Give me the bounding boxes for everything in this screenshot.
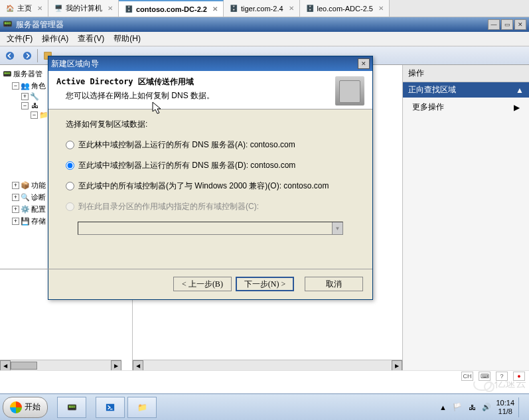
tray-flag-icon[interactable]: 🏳️ xyxy=(452,402,463,413)
scroll-left-button[interactable]: ◀ xyxy=(133,360,143,371)
record-indicator[interactable]: ● xyxy=(513,372,525,381)
scrollbar-thumb[interactable] xyxy=(11,362,37,370)
tree-config-label: 配置 xyxy=(31,203,46,215)
tab-contoso-dc[interactable]: 🗄️ contoso.com-DC-2.2 ✕ xyxy=(119,0,224,17)
minimize-button[interactable]: — xyxy=(488,19,500,30)
tab-leo[interactable]: 🗄️ leo.com-ADC-2.5 ✕ xyxy=(300,0,390,17)
chevron-down-icon: ▼ xyxy=(332,222,342,234)
nav-back-button[interactable] xyxy=(3,48,17,63)
windows-logo-icon xyxy=(10,401,22,413)
scroll-right-button[interactable]: ▶ xyxy=(111,360,121,370)
menu-file[interactable]: 文件(F) xyxy=(3,32,37,46)
collapse-icon[interactable]: − xyxy=(21,102,29,109)
radio-domain-input[interactable] xyxy=(66,161,74,170)
radio-option-domain[interactable]: 至此域中域控制器上运行的所有 DNS 服务器(D): contoso.com xyxy=(66,160,355,171)
collapse-icon[interactable]: − xyxy=(12,82,19,90)
taskbar-explorer[interactable]: 📁 xyxy=(127,397,157,418)
radio-forest-input[interactable] xyxy=(66,141,74,149)
clock-time: 10:14 xyxy=(496,399,514,407)
app-titlebar: 📟 服务器管理器 — ▭ ✕ xyxy=(0,17,529,32)
start-label: 开始 xyxy=(25,401,40,413)
horizontal-scrollbar[interactable]: ◀ ▶ xyxy=(0,360,121,370)
menu-bar: 文件(F) 操作(A) 查看(V) 帮助(H) xyxy=(0,32,529,46)
tray-up-icon[interactable]: ▲ xyxy=(437,402,448,413)
scroll-left-button[interactable]: ◀ xyxy=(0,360,11,370)
svg-point-1 xyxy=(23,51,31,59)
server-icon: 🗄️ xyxy=(124,5,133,14)
horizontal-scrollbar[interactable]: ◀ ▶ xyxy=(133,360,402,370)
powershell-icon xyxy=(106,403,115,412)
close-icon[interactable]: ✕ xyxy=(37,5,42,12)
new-zone-wizard-dialog: 新建区域向导 ✕ Active Directory 区域传送作用域 您可以选择在… xyxy=(48,56,373,300)
config-icon: ⚙️ xyxy=(21,204,30,214)
wizard-close-button[interactable]: ✕ xyxy=(358,58,370,69)
svg-point-0 xyxy=(6,51,14,59)
actions-subheader-label: 正向查找区域 xyxy=(408,84,456,96)
nav-forward-button[interactable] xyxy=(20,48,35,63)
back-button[interactable]: < 上一步(B) xyxy=(173,277,232,291)
menu-action[interactable]: 操作(A) xyxy=(38,32,72,46)
wizard-titlebar[interactable]: 新建区域向导 ✕ xyxy=(48,56,372,71)
actions-subheader[interactable]: 正向查找区域 ▲ xyxy=(403,82,529,98)
tab-leo-label: leo.com-ADC-2.5 xyxy=(317,5,373,13)
tree-root-label: 服务器管 xyxy=(13,68,42,80)
close-icon[interactable]: ✕ xyxy=(378,5,384,12)
browser-tabs: 🏠 主页 ✕ 🖥️ 我的计算机 ✕ 🗄️ contoso.com-DC-2.2 … xyxy=(0,0,529,17)
server-manager-icon: 📟 xyxy=(3,19,13,30)
server-image-icon xyxy=(335,76,364,105)
radio-alldc-label: 至此域中的所有域控制器(为了与 Windows 2000 兼容)(O): con… xyxy=(78,180,329,192)
tab-tiger-label: tiger.com-2.4 xyxy=(241,5,283,13)
close-icon[interactable]: ✕ xyxy=(212,5,218,13)
menu-view[interactable]: 查看(V) xyxy=(74,32,108,46)
tray-network-icon[interactable]: 🖧 xyxy=(467,402,477,413)
tab-mycomputer-label: 我的计算机 xyxy=(66,3,102,13)
expand-icon[interactable]: + xyxy=(12,194,19,201)
expand-icon[interactable]: + xyxy=(12,218,19,225)
server-icon: 🗄️ xyxy=(305,4,315,13)
maximize-button[interactable]: ▭ xyxy=(501,19,513,30)
tab-home[interactable]: 🏠 主页 ✕ xyxy=(0,0,48,17)
expand-icon[interactable]: + xyxy=(21,93,29,100)
help-indicator[interactable]: ? xyxy=(496,372,508,381)
radio-alldc-input[interactable] xyxy=(66,182,74,190)
radio-partition-label: 到在此目录分区的作用域内指定的所有域控制器(C): xyxy=(78,201,259,212)
taskbar-powershell[interactable] xyxy=(96,397,125,418)
separator xyxy=(89,397,93,418)
radio-option-all-dc[interactable]: 至此域中的所有域控制器(为了与 Windows 2000 兼容)(O): con… xyxy=(66,180,355,192)
scroll-right-button[interactable]: ▶ xyxy=(392,360,402,371)
system-tray: ▲ 🏳️ 🖧 🔊 10:14 11/8 xyxy=(437,397,526,417)
clock-date: 11/8 xyxy=(496,407,514,415)
expand-icon[interactable]: + xyxy=(12,206,19,213)
app-title: 服务器管理器 xyxy=(16,19,64,31)
server-manager-icon: 📟 xyxy=(3,69,12,78)
radio-option-forest[interactable]: 至此林中域控制器上运行的所有 DNS 服务器(A): contoso.com xyxy=(66,139,355,151)
status-bar: CH ⌨ ? ● xyxy=(0,370,529,382)
collapse-icon[interactable]: − xyxy=(31,111,38,119)
radio-partition-input xyxy=(66,202,74,211)
actions-header: 操作 xyxy=(403,65,529,82)
close-icon[interactable]: ✕ xyxy=(289,5,294,12)
chevron-up-icon: ▲ xyxy=(516,86,524,95)
show-desktop-button[interactable] xyxy=(518,397,525,417)
taskbar-server-manager[interactable]: 📟 xyxy=(57,397,86,418)
tree-diag-label: 诊断 xyxy=(31,191,46,203)
tab-tiger[interactable]: 🗄️ tiger.com-2.4 ✕ xyxy=(224,0,300,17)
taskbar-clock[interactable]: 10:14 11/8 xyxy=(496,399,514,415)
actions-pane: 操作 正向查找区域 ▲ 更多操作 ▶ xyxy=(403,65,529,370)
ime-indicator[interactable]: ⌨ xyxy=(479,372,491,381)
close-button[interactable]: ✕ xyxy=(514,19,526,30)
wizard-buttons: < 上一步(B) 下一步(N) > 取消 xyxy=(173,277,363,291)
wizard-header-subtitle: 您可以选择在网络上如何复制 DNS 数据。 xyxy=(56,90,335,102)
start-button[interactable]: 开始 xyxy=(3,397,48,418)
separator xyxy=(50,397,54,418)
next-button[interactable]: 下一步(N) > xyxy=(236,277,294,291)
expand-icon[interactable]: + xyxy=(12,182,19,189)
close-icon[interactable]: ✕ xyxy=(108,5,113,12)
tray-speaker-icon[interactable]: 🔊 xyxy=(481,402,492,413)
language-indicator[interactable]: CH xyxy=(461,372,473,381)
cancel-button[interactable]: 取消 xyxy=(305,277,363,291)
actions-more[interactable]: 更多操作 ▶ xyxy=(403,98,529,117)
tab-mycomputer[interactable]: 🖥️ 我的计算机 ✕ xyxy=(48,0,119,17)
features-icon: 📦 xyxy=(21,180,30,190)
menu-help[interactable]: 帮助(H) xyxy=(110,32,145,46)
